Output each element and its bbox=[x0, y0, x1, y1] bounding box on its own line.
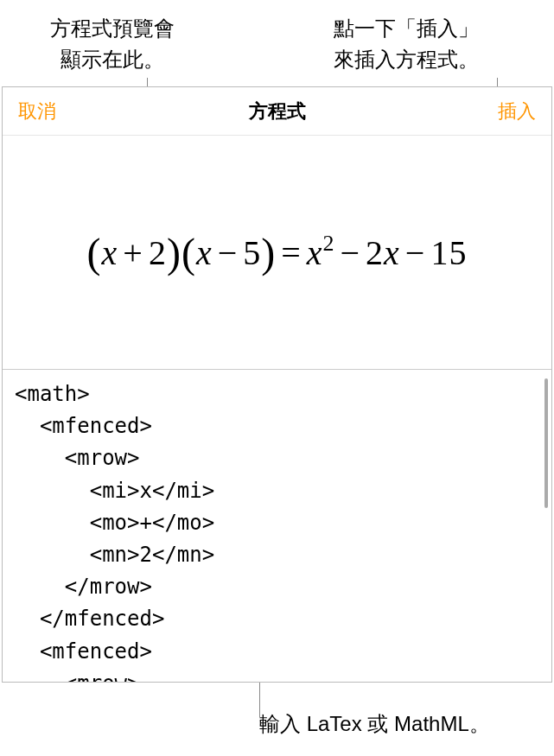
callout-insert: 點一下「插入」來插入方程式。 bbox=[294, 13, 519, 75]
equation-preview-area: (x+2)(x−5)=x2−2x−15 bbox=[3, 136, 551, 369]
equation-editor-panel: 取消 方程式 插入 (x+2)(x−5)=x2−2x−15 <math> <mf… bbox=[2, 86, 552, 683]
scrollbar[interactable] bbox=[544, 378, 548, 508]
mathml-input[interactable]: <math> <mfenced> <mrow> <mi>x</mi> <mo>+… bbox=[3, 370, 551, 682]
callout-input: 輸入 LaTex 或 MathML。 bbox=[259, 708, 490, 740]
callout-preview: 方程式預覽會顯示在此。 bbox=[22, 13, 203, 75]
panel-title: 方程式 bbox=[249, 98, 306, 124]
editor-container: <math> <mfenced> <mrow> <mi>x</mi> <mo>+… bbox=[3, 369, 551, 682]
insert-button[interactable]: 插入 bbox=[498, 98, 536, 124]
toolbar: 取消 方程式 插入 bbox=[3, 87, 551, 136]
rendered-equation: (x+2)(x−5)=x2−2x−15 bbox=[87, 229, 468, 276]
cancel-button[interactable]: 取消 bbox=[18, 98, 56, 124]
